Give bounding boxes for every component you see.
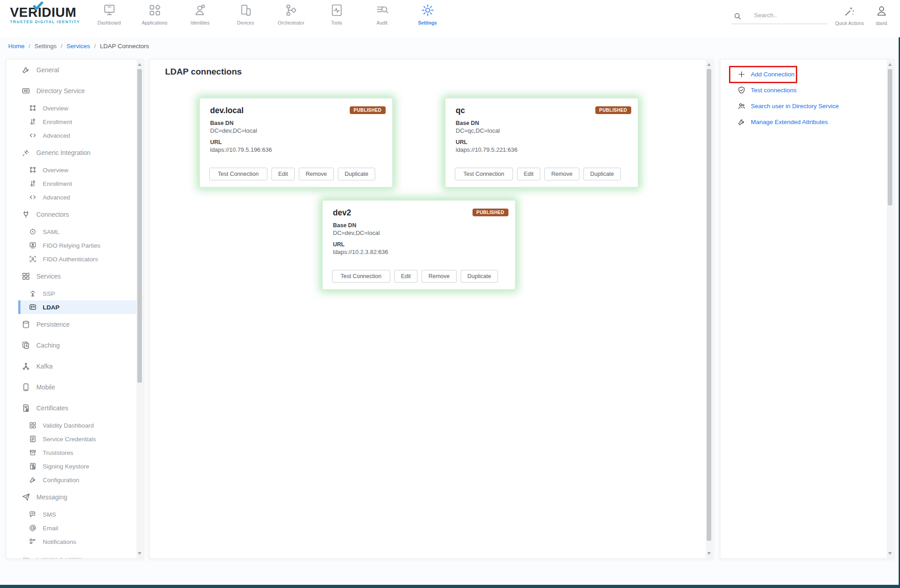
sidebar-item-saml[interactable]: SAML <box>6 225 136 239</box>
breadcrumb-separator: / <box>94 43 96 50</box>
scrollbar-thumb[interactable] <box>137 69 142 383</box>
sidebar-item-ldap[interactable]: LDAP <box>6 300 136 314</box>
sidebar-item-label: Configuration <box>43 477 79 483</box>
sidebar-item-connectors[interactable]: Connectors <box>6 204 136 225</box>
duplicate-button[interactable]: Duplicate <box>461 270 498 283</box>
duplicate-button[interactable]: Duplicate <box>338 168 375 180</box>
sidebar-item-label: LDAP <box>43 304 60 311</box>
primary-nav: DashboardApplicationsIdentitiesDevicesOr… <box>86 3 450 25</box>
sidebar-item-kafka[interactable]: Kafka <box>6 356 136 377</box>
sidebar-item-enrollment[interactable]: Enrollment <box>6 115 136 129</box>
scroll-down-arrow-icon[interactable] <box>706 550 712 557</box>
veridium-logo[interactable]: VERIDIUM TRUSTED DIGITAL IDENTITY <box>10 5 80 24</box>
sidebar-item-overview[interactable]: Overview <box>6 163 136 177</box>
breadcrumb-home[interactable]: Home <box>8 43 25 50</box>
sidebar-item-messaging[interactable]: Messaging <box>6 487 136 508</box>
scroll-up-arrow-icon[interactable] <box>136 61 143 68</box>
sidebar-item-truststores[interactable]: Truststores <box>6 446 136 459</box>
nav-label: Tools <box>331 20 342 25</box>
page-title: LDAP connections <box>165 67 242 77</box>
sidebar-item-services[interactable]: Services <box>6 266 136 287</box>
user-menu[interactable]: david <box>869 5 894 26</box>
url-value: ldaps://10.79.5.196:636 <box>210 146 272 153</box>
nav-item-audit[interactable]: Audit <box>359 3 405 25</box>
people-icon <box>21 554 30 559</box>
sidebar-item-advanced[interactable]: Advanced <box>6 190 136 204</box>
duplicate-button[interactable]: Duplicate <box>583 168 621 180</box>
sidebar-item-directory-service[interactable]: ADDirectory Service <box>6 80 136 101</box>
sidebar-item-fido-relying-parties[interactable]: FIDO Relying Parties <box>6 239 136 252</box>
search-input[interactable] <box>753 11 824 19</box>
connection-name: qc <box>456 106 465 115</box>
top-header: VERIDIUM TRUSTED DIGITAL IDENTITY Dashbo… <box>0 0 900 37</box>
search-box <box>731 9 828 24</box>
sidebar-item-mobile[interactable]: Mobile <box>6 377 136 398</box>
scroll-down-arrow-icon[interactable] <box>887 550 893 557</box>
nav-item-tools[interactable]: Tools <box>314 3 359 25</box>
breadcrumb-services[interactable]: Services <box>66 43 90 50</box>
sidebar-item-caching[interactable]: Caching <box>6 335 136 356</box>
sidebar-item-fido-authenticators[interactable]: FIDO Authenticators <box>6 252 136 266</box>
remove-button[interactable]: Remove <box>422 270 457 283</box>
sidebar-item-label: Caching <box>36 342 60 349</box>
settings-sidebar: GeneralADDirectory ServiceOverviewEnroll… <box>6 59 144 559</box>
sidebar-item-notifications[interactable]: Notifications <box>6 535 136 548</box>
sidebar-item-email[interactable]: Email <box>6 521 136 535</box>
audit-icon <box>375 3 389 17</box>
edit-button[interactable]: Edit <box>272 168 295 180</box>
nav-item-settings[interactable]: Settings <box>405 3 450 25</box>
sidebar-item-enrollment[interactable]: Enrollment <box>6 177 136 190</box>
test-connection-button[interactable]: Test Connection <box>332 270 390 283</box>
sidebar-item-label: Overview <box>43 105 68 112</box>
sidebar-item-ssp[interactable]: SSP <box>6 287 136 300</box>
test-connection-button[interactable]: Test Connection <box>209 168 267 180</box>
nav-item-identities[interactable]: Identities <box>177 3 223 25</box>
actions-list: Add ConnectionTest connectionsSearch use… <box>720 66 887 130</box>
edit-button[interactable]: Edit <box>394 270 418 283</box>
remove-button[interactable]: Remove <box>544 168 579 180</box>
test-connection-button[interactable]: Test Connection <box>455 168 513 180</box>
sidebar-item-signing-keystore[interactable]: Signing Keystore <box>6 459 136 473</box>
sidebar-item-groups-roles[interactable]: Groups & Roles <box>6 548 136 559</box>
sidebar-item-general[interactable]: General <box>6 60 136 80</box>
action-test-connections[interactable]: Test connections <box>720 82 887 98</box>
nav-item-devices[interactable]: Devices <box>223 3 268 25</box>
sidebar-item-sms[interactable]: SMS <box>6 508 136 521</box>
edit-button[interactable]: Edit <box>517 168 541 180</box>
sidebar-item-advanced[interactable]: Advanced <box>6 129 136 142</box>
action-search-user-in-directory-service[interactable]: Search user in Directory Service <box>720 98 887 114</box>
sidebar-item-configuration[interactable]: Configuration <box>6 473 136 487</box>
sidebar-item-label: Persistence <box>36 321 70 328</box>
tools-icon <box>330 3 344 17</box>
quick-actions-button[interactable]: Quick Actions <box>832 5 867 26</box>
actions-scrollbar[interactable] <box>887 60 893 558</box>
sidebar-item-certificates[interactable]: Certificates <box>6 398 136 419</box>
scrollbar-thumb[interactable] <box>888 69 892 205</box>
action-add-connection[interactable]: Add Connection <box>720 66 887 82</box>
action-label: Add Connection <box>751 71 794 78</box>
sidebar-item-service-credentials[interactable]: Service Credentials <box>6 432 136 446</box>
connection-card-qc: qcPUBLISHEDBase DNDC=qc,DC=localURLldaps… <box>445 98 638 187</box>
sidebar-item-list: GeneralADDirectory ServiceOverviewEnroll… <box>6 60 136 559</box>
sidebar-item-validity-dashboard[interactable]: Validity Dashboard <box>6 419 136 432</box>
action-manage-extended-attributes[interactable]: Manage Extended Attributes <box>720 114 887 130</box>
scrollbar-thumb[interactable] <box>707 69 711 541</box>
sidebar-item-generic-integration[interactable]: Generic Integration <box>6 142 136 163</box>
nav-item-applications[interactable]: Applications <box>132 3 177 25</box>
scroll-up-arrow-icon[interactable] <box>887 61 893 68</box>
window-edge-bottom <box>0 585 900 588</box>
scroll-up-arrow-icon[interactable] <box>706 61 712 68</box>
status-badge: PUBLISHED <box>473 209 508 216</box>
nav-item-orchestrator[interactable]: Orchestrator <box>268 3 314 25</box>
person-icon <box>193 3 207 17</box>
sidebar-item-overview[interactable]: Overview <box>6 101 136 115</box>
connection-name: dev.local <box>210 106 244 115</box>
remove-button[interactable]: Remove <box>299 168 334 180</box>
sidebar-item-persistence[interactable]: Persistence <box>6 314 136 335</box>
sidebar-scrollbar[interactable] <box>136 60 143 558</box>
base-dn-label: Base DN <box>456 120 479 126</box>
main-scrollbar[interactable] <box>706 60 712 558</box>
scroll-down-arrow-icon[interactable] <box>136 550 143 557</box>
connector-icon <box>21 210 30 219</box>
nav-item-dashboard[interactable]: Dashboard <box>86 3 132 25</box>
